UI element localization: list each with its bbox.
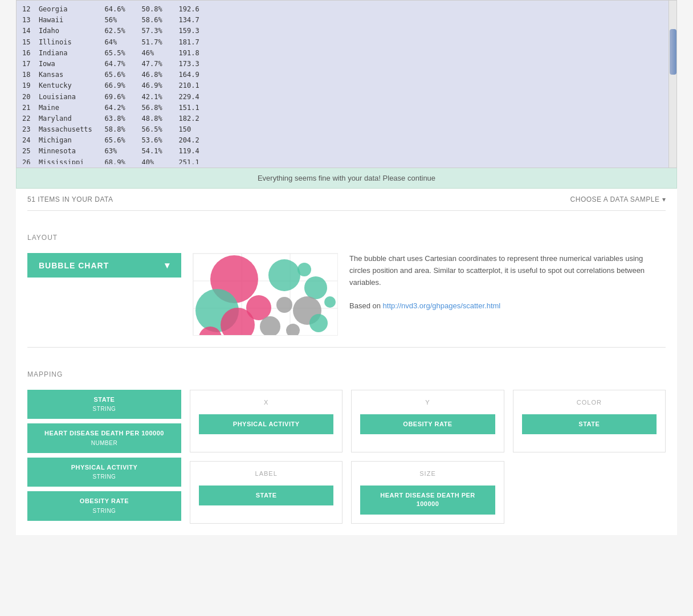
items-bar: 51 ITEMS IN YOUR DATA CHOOSE A DATA SAMP… [27,189,666,211]
mapping-value-button[interactable]: HEART DISEASE DEATH PER 100000 [360,486,495,515]
table-row: 12 Georgia 64.6% 50.8% 192.6 [22,4,662,15]
mapping-section: MAPPING STATESTRINGHEART DISEASE DEATH P… [27,359,666,535]
mapping-slots-container: XPHYSICAL ACTIVITYYOBESITY RATECOLORSTAT… [190,390,666,524]
svg-point-16 [324,296,336,308]
mapping-slot-label: SIZE [360,470,495,477]
chart-link[interactable]: http://nvd3.org/ghpages/scatter.html [383,301,501,310]
mapping-grid: STATESTRINGHEART DISEASE DEATH PER 10000… [27,390,666,524]
table-row: 15 Illinois 64% 51.7% 181.7 [22,37,662,48]
mapping-section-header: MAPPING [27,370,666,381]
mapping-slot: XPHYSICAL ACTIVITY [190,390,343,452]
mapping-slot-label: LABEL [199,470,333,477]
table-row: 25 Minnesota 63% 54.1% 119.4 [22,146,662,157]
svg-point-9 [268,259,300,291]
status-message: Everything seems fine with your data! Pl… [258,174,435,182]
mapping-slot: SIZEHEART DISEASE DEATH PER 100000 [351,461,504,524]
mapping-slot: LABELSTATE [190,461,343,524]
chart-type-dropdown[interactable]: BUBBLE CHART ▾ [27,253,181,278]
table-row: 18 Kansas 65.6% 46.8% 164.9 [22,70,662,80]
mapping-slot-label: COLOR [522,399,657,406]
data-table-area: 12 Georgia 64.6% 50.8% 192.613 Hawaii 56… [16,0,677,168]
mapping-value-button[interactable]: STATE [199,486,333,505]
mapping-value-button[interactable]: OBESITY RATE [360,414,495,434]
field-list: STATESTRINGHEART DISEASE DEATH PER 10000… [27,390,181,521]
bubble-chart-preview-svg [193,254,338,336]
mapping-slot-label: Y [360,399,495,406]
table-row: 22 Maryland 63.8% 48.8% 182.2 [22,113,662,124]
table-row: 26 Mississippi 68.9% 40% 251.1 [22,157,662,164]
table-row: 13 Hawaii 56% 58.6% 134.7 [22,15,662,26]
svg-point-11 [297,263,311,276]
layout-content: BUBBLE CHART ▾ The bubble chart uses Car… [27,253,666,336]
layout-section-header: LAYOUT [27,234,666,244]
field-button[interactable]: PHYSICAL ACTIVITYSTRING [27,458,181,487]
field-button[interactable]: STATESTRING [27,390,181,419]
svg-point-20 [309,314,328,332]
scrollbar-track [668,1,676,168]
scrollbar-thumb[interactable] [670,29,676,75]
mapping-slot: YOBESITY RATE [351,390,504,452]
mapping-value-button[interactable]: PHYSICAL ACTIVITY [199,414,333,434]
chart-description: The bubble chart uses Cartesian coordina… [349,253,666,312]
table-row: 19 Kentucky 66.9% 46.9% 210.1 [22,80,662,91]
table-row: 21 Maine 64.2% 56.8% 151.1 [22,103,662,113]
table-row: 24 Michigan 65.6% 53.6% 204.2 [22,135,662,146]
choose-sample-button[interactable]: CHOOSE A DATA SAMPLE ▾ [570,195,666,203]
table-row: 14 Idaho 62.5% 57.3% 159.3 [22,26,662,36]
based-on-text: Based on [349,301,383,310]
choose-sample-arrow: ▾ [662,195,666,203]
svg-point-10 [304,276,327,299]
table-row: 16 Indiana 65.5% 46% 191.8 [22,48,662,59]
items-count: 51 ITEMS IN YOUR DATA [27,195,113,203]
mapping-value-button[interactable]: STATE [522,414,657,434]
layout-section: LAYOUT BUBBLE CHART ▾ The bubble chart u… [27,222,666,348]
svg-point-19 [286,324,300,336]
status-bar: Everything seems fine with your data! Pl… [16,168,677,189]
table-row: 23 Massachusetts 58.8% 56.5% 150 [22,124,662,135]
table-row: 20 Louisiana 69.6% 42.1% 229.4 [22,92,662,103]
chart-preview [193,253,338,336]
field-button[interactable]: HEART DISEASE DEATH PER 100000NUMBER [27,423,181,452]
chart-type-label: BUBBLE CHART [39,261,109,270]
table-row: 17 Iowa 64.7% 47.7% 173.3 [22,59,662,70]
chart-dropdown-arrow: ▾ [165,260,170,271]
field-button[interactable]: OBESITY RATESTRING [27,491,181,520]
mapping-slot: COLORSTATE [513,390,666,452]
svg-point-14 [276,297,292,313]
chart-description-text: The bubble chart uses Cartesian coordina… [349,254,645,287]
choose-sample-label: CHOOSE A DATA SAMPLE [570,195,660,203]
data-table-scroll[interactable]: 12 Georgia 64.6% 50.8% 192.613 Hawaii 56… [22,4,671,164]
mapping-slot-label: X [199,399,333,406]
